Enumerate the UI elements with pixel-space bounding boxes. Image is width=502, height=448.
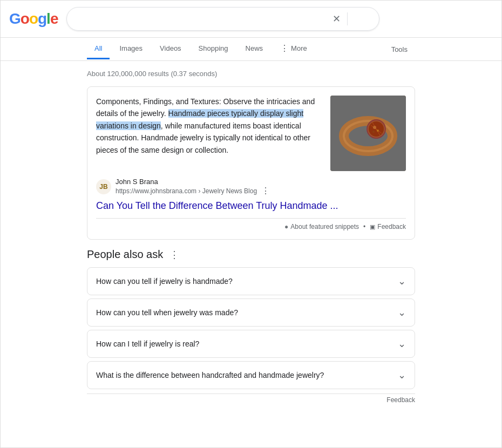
paa-question-1[interactable]: How can you tell if jewelry is handmade?… — [87, 267, 415, 295]
source-favicon: JB — [96, 179, 111, 194]
paa-menu-icon[interactable]: ⋮ — [167, 249, 181, 261]
voice-search-button[interactable] — [353, 18, 355, 20]
lens-button[interactable] — [361, 18, 363, 20]
source-url: https://www.johnsbrana.com › Jewelry New… — [116, 186, 272, 196]
tab-all[interactable]: All — [87, 39, 110, 59]
search-button[interactable] — [368, 18, 370, 20]
paa-question-2[interactable]: How can you tell when jewelry was made? … — [87, 298, 415, 327]
featured-snippet: Components, Findings, and Textures: Obse… — [87, 86, 415, 240]
snippet-footer: ● About featured snippets • ▣ Feedback — [96, 218, 406, 230]
svg-point-20 — [372, 131, 375, 133]
paa-question-text-2: How can you tell when jewelry was made? — [96, 308, 238, 317]
chevron-down-icon-4: ⌄ — [398, 369, 406, 381]
footer-dot: • — [363, 223, 365, 230]
paa-question-text-1: How can you tell if jewelry is handmade? — [96, 277, 233, 286]
divider — [347, 12, 348, 25]
paa-question-text-3: How can I tell if jewelry is real? — [96, 340, 199, 348]
snippet-text: Components, Findings, and Textures: Obse… — [96, 96, 322, 171]
svg-point-19 — [377, 130, 379, 132]
snippet-feedback[interactable]: ▣ Feedback — [370, 223, 406, 230]
paa-question-4[interactable]: What is the difference between handcraft… — [87, 361, 415, 389]
tab-images[interactable]: Images — [112, 39, 150, 59]
tab-videos[interactable]: Videos — [152, 39, 189, 59]
paa-question-text-4: What is the difference between handcraft… — [96, 371, 324, 379]
results-stats: About 120,000,000 results (0.37 seconds) — [87, 70, 415, 78]
tools-button[interactable]: Tools — [384, 40, 415, 59]
tab-news[interactable]: News — [238, 39, 271, 59]
source-name: John S Brana — [116, 178, 272, 186]
results-area: About 120,000,000 results (0.37 seconds)… — [1, 61, 501, 415]
search-input[interactable]: how to see if jewelry is handmade — [76, 14, 327, 24]
search-bar-icons: ✕ — [331, 12, 370, 26]
clear-button[interactable]: ✕ — [331, 12, 342, 26]
three-dots-icon: ⋮ — [280, 43, 289, 53]
snippet-source: JB John S Brana https://www.johnsbrana.c… — [96, 178, 406, 196]
nav-tabs: All Images Videos Shopping News ⋮ More T… — [1, 38, 501, 61]
snippet-link[interactable]: Can You Tell the Difference Between Trul… — [96, 200, 406, 212]
source-menu-icon[interactable]: ⋮ — [259, 186, 272, 196]
about-snippets[interactable]: ● About featured snippets — [284, 223, 359, 230]
google-logo[interactable]: Google — [9, 10, 58, 28]
question-circle-icon: ● — [284, 223, 288, 230]
tab-shopping[interactable]: Shopping — [191, 39, 236, 59]
bottom-feedback[interactable]: Feedback — [87, 393, 415, 406]
paa-header: People also ask ⋮ — [87, 248, 415, 261]
search-bar: how to see if jewelry is handmade ✕ — [66, 7, 379, 31]
source-info: John S Brana https://www.johnsbrana.com … — [116, 178, 272, 196]
chevron-down-icon-2: ⌄ — [398, 307, 406, 318]
paa-question-3[interactable]: How can I tell if jewelry is real? ⌄ — [87, 330, 415, 358]
snippet-content: Components, Findings, and Textures: Obse… — [96, 96, 406, 171]
feedback-icon: ▣ — [370, 223, 375, 230]
tab-more[interactable]: ⋮ More — [273, 38, 315, 60]
paa-section: People also ask ⋮ How can you tell if je… — [87, 248, 415, 406]
chevron-down-icon-1: ⌄ — [398, 275, 406, 287]
chevron-down-icon-3: ⌄ — [398, 338, 406, 350]
header: Google how to see if jewelry is handmade… — [1, 1, 501, 38]
snippet-image — [330, 96, 406, 171]
svg-point-18 — [373, 126, 376, 129]
